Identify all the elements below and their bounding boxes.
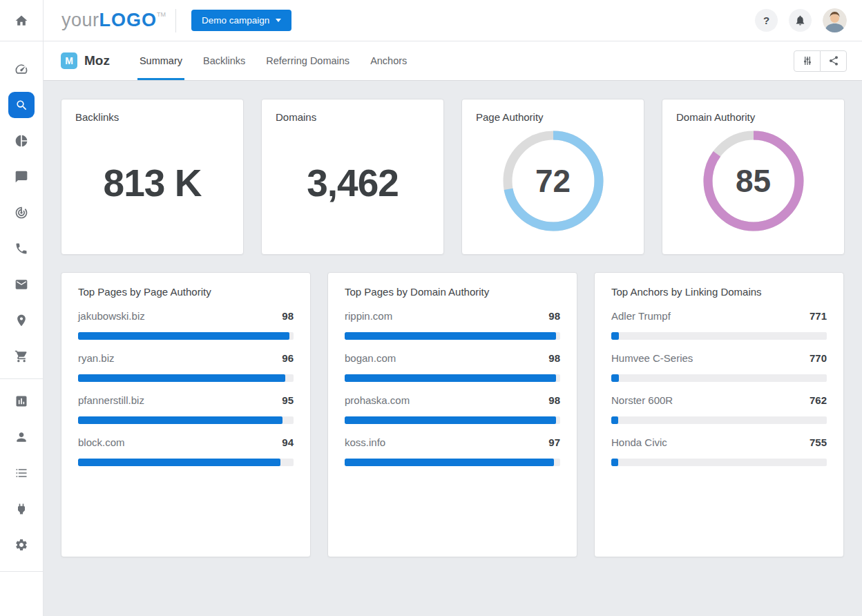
sidebar-divider [0, 571, 44, 572]
bar-track [78, 459, 294, 466]
item-value: 97 [548, 436, 560, 448]
sidebar-item-integrations[interactable] [0, 491, 44, 527]
tab-referring-domains[interactable]: Referring Domains [256, 41, 360, 80]
item-label: ryan.biz [78, 352, 115, 364]
bar-fill [78, 416, 282, 424]
donut-score: 72 [498, 126, 609, 236]
top-header: your LOGO TM Demo campaign ? [44, 0, 862, 41]
plug-icon [15, 502, 28, 516]
moz-logo-icon: M [61, 52, 77, 69]
item-label: prohaska.com [345, 394, 410, 406]
list-title: Top Pages by Page Authority [78, 286, 294, 298]
avatar-image [823, 8, 847, 32]
sidebar-item-account[interactable] [0, 419, 44, 455]
logo-bold: LOGO [99, 10, 157, 31]
stat-title: Domain Authority [676, 111, 830, 123]
home-icon [15, 14, 28, 28]
item-value: 96 [282, 352, 294, 364]
target-icon [15, 206, 28, 220]
sidebar-item-settings[interactable] [0, 527, 44, 563]
brand-logo: your LOGO TM [61, 10, 166, 31]
cart-icon [15, 349, 28, 363]
bell-icon [794, 15, 806, 26]
report-document-icon [15, 394, 28, 408]
sliders-icon [802, 55, 813, 66]
moz-toolbar: M Moz Summary Backlinks Referring Domain… [44, 41, 862, 81]
item-label: Honda Civic [611, 436, 667, 448]
sidebar-item-search[interactable] [0, 87, 44, 123]
stat-value: 813 K [104, 161, 202, 205]
sidebar-item-ecommerce[interactable] [0, 338, 44, 374]
donut-score: 85 [698, 126, 809, 236]
campaign-dropdown-label: Demo campaign [202, 15, 269, 26]
question-icon: ? [763, 15, 769, 26]
item-label: bogan.com [345, 352, 396, 364]
notifications-button[interactable] [789, 9, 812, 32]
logo-tm: TM [157, 11, 166, 18]
checklist-icon [15, 466, 28, 480]
item-label: jakubowski.biz [78, 310, 145, 322]
tab-anchors[interactable]: Anchors [360, 41, 417, 80]
user-icon [15, 430, 28, 444]
tab-backlinks[interactable]: Backlinks [193, 41, 256, 80]
stat-card-domain-authority: Domain Authority 85 [662, 99, 845, 255]
sidebar-item-reports[interactable] [0, 123, 44, 159]
list-item: bogan.com 98 [345, 352, 560, 382]
help-button[interactable]: ? [755, 9, 778, 32]
bar-track [611, 374, 827, 382]
sidebar-item-home[interactable] [0, 0, 44, 41]
app-root: your LOGO TM Demo campaign ? [0, 0, 862, 616]
stat-card-domains: Domains 3,462 [261, 99, 444, 255]
stats-row: Backlinks 813 K Domains 3,462 Page Autho… [61, 99, 845, 255]
gear-icon [15, 538, 28, 552]
tab-summary[interactable]: Summary [129, 41, 193, 80]
bar-track [345, 332, 560, 340]
sidebar-item-calls[interactable] [0, 231, 44, 267]
list-item: koss.info 97 [345, 436, 560, 466]
stat-title: Page Authority [476, 111, 630, 123]
user-avatar[interactable] [823, 8, 847, 32]
share-button[interactable] [820, 50, 847, 72]
bar-fill [611, 332, 619, 340]
bar-fill [611, 374, 619, 382]
bar-track [345, 459, 560, 466]
bar-fill [345, 416, 556, 424]
list-title: Top Pages by Domain Authority [345, 286, 560, 298]
filters-button[interactable] [794, 50, 821, 72]
domain-authority-donut: 85 [698, 126, 809, 236]
item-value: 98 [548, 394, 560, 406]
list-item: prohaska.com 98 [345, 394, 560, 424]
item-label: koss.info [345, 436, 385, 448]
bar-track [611, 332, 827, 340]
item-value: 94 [282, 436, 294, 448]
header-divider [175, 9, 176, 32]
sidebar-item-report-builder[interactable] [0, 383, 44, 419]
header-actions: ? [755, 8, 847, 32]
sidebar-item-dashboard[interactable] [0, 51, 44, 87]
item-value: 95 [282, 394, 294, 406]
sidebar-item-email[interactable] [0, 267, 44, 302]
main-content: Backlinks 813 K Domains 3,462 Page Autho… [44, 81, 862, 616]
item-label: Norster 600R [611, 394, 673, 406]
list-card-page-authority: Top Pages by Page Authority jakubowski.b… [61, 272, 311, 557]
sidebar-nav [0, 41, 44, 616]
item-value: 771 [810, 310, 827, 322]
campaign-dropdown-button[interactable]: Demo campaign [191, 10, 291, 31]
item-value: 98 [282, 310, 294, 322]
bar-fill [611, 459, 618, 466]
sidebar-item-comments[interactable] [0, 159, 44, 195]
list-card-domain-authority: Top Pages by Domain Authority rippin.com… [327, 272, 577, 557]
bar-track [611, 459, 827, 466]
sidebar-item-tracking[interactable] [0, 195, 44, 231]
bar-track [345, 416, 560, 424]
sidebar-item-tasks[interactable] [0, 455, 44, 491]
sidebar-item-local[interactable] [0, 302, 44, 338]
bar-track [78, 416, 294, 424]
item-value: 770 [810, 352, 827, 364]
bar-track [611, 416, 827, 424]
list-item: block.com 94 [78, 436, 294, 466]
logo-prefix: your [61, 10, 99, 31]
location-pin-icon [15, 314, 28, 327]
item-label: Adler Trumpf [611, 310, 671, 322]
item-label: block.com [78, 436, 125, 448]
